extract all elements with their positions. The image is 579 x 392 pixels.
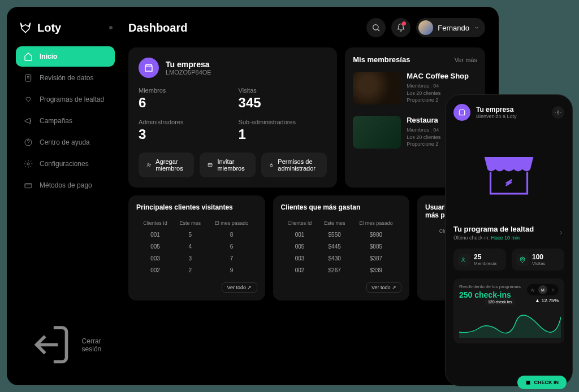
- location-icon: [516, 254, 529, 266]
- mobile-header: Tu empresa Bienvenido a Loty: [453, 104, 564, 121]
- performance-chart: Rendimiento de los programas 250 check-i…: [453, 278, 564, 343]
- ver-todo-button[interactable]: Ver todo ↗: [222, 282, 257, 293]
- document-icon: [24, 73, 33, 82]
- topbar-actions: Fernando: [366, 18, 485, 37]
- company-column: Tu empresa LMOZO5P84OE Miembros6 Visitas…: [128, 47, 337, 188]
- logout-label: Cerrar sesión: [82, 337, 107, 353]
- nav-label: Configuraciones: [40, 160, 89, 168]
- tab-month[interactable]: M: [538, 285, 547, 294]
- stats-grid: Miembros6 Visitas345 Administradores3 Su…: [139, 87, 327, 142]
- topbar: Dashboard Fernando: [128, 16, 485, 47]
- chart-tooltip: 120 check ins: [485, 298, 516, 306]
- table-row: 002$267$339: [282, 265, 401, 276]
- loyalty-program-row[interactable]: Tu programa de lealtad Último check-in: …: [453, 225, 564, 241]
- tab-week[interactable]: W: [528, 285, 537, 294]
- visits-label: Visitas: [239, 87, 327, 94]
- membership-image: [353, 116, 401, 149]
- page-title: Dashboard: [128, 21, 187, 34]
- heart-hand-icon: [24, 95, 33, 104]
- checkin-button[interactable]: CHECK IN: [517, 376, 567, 389]
- program-title: Tu programa de lealtad: [453, 225, 534, 233]
- chart-label: Rendimiento de los programas: [459, 284, 521, 289]
- members-icon: [458, 254, 470, 266]
- company-code: LMOZO5P84OE: [166, 69, 211, 76]
- ver-mas-link[interactable]: Ver más: [455, 56, 477, 63]
- add-members-button[interactable]: Agregar miembros: [139, 153, 194, 177]
- chevron-down-icon: [474, 25, 479, 31]
- calendar-icon: [525, 380, 531, 385]
- content-row: Tu empresa LMOZO5P84OE Miembros6 Visitas…: [128, 47, 485, 188]
- nav-label: Programas de lealtad: [40, 95, 104, 103]
- memberships-title: Mis membresías: [353, 55, 410, 64]
- spenders-table-card: Clientes que más gastan Clientes IdEste …: [273, 195, 410, 300]
- user-menu[interactable]: Fernando: [416, 18, 485, 37]
- nav-ayuda[interactable]: Centro de ayuda: [16, 132, 115, 153]
- table-row: 00337: [137, 253, 256, 264]
- notifications-button[interactable]: [391, 18, 411, 37]
- nav-list: Inicio Revisión de datos Programas de le…: [16, 46, 115, 195]
- subadmins-label: Sub-administradores: [239, 119, 327, 125]
- store-illustration: [453, 130, 564, 215]
- company-actions: Agregar miembros Invitar miembros Permis…: [139, 153, 327, 177]
- nav-campanas[interactable]: Campañas: [16, 111, 115, 131]
- svg-point-10: [522, 258, 524, 260]
- tables-row: Principales clientes visitantes Clientes…: [128, 195, 485, 300]
- visitors-table-card: Principales clientes visitantes Clientes…: [128, 195, 265, 300]
- percent-change: ▲ 12.75%: [527, 298, 559, 303]
- invite-members-button[interactable]: Invitar miembros: [200, 153, 255, 177]
- user-plus-icon: [146, 161, 151, 169]
- search-icon: [371, 23, 381, 32]
- members-label: Miembros: [139, 87, 227, 94]
- stat-value: 25: [474, 253, 496, 261]
- table-row: 003$430$387: [282, 253, 401, 264]
- period-tabs[interactable]: W M Y: [527, 284, 559, 295]
- svg-rect-11: [526, 381, 530, 385]
- mobile-preview: Tu empresa Bienvenido a Loty Tu programa…: [446, 95, 572, 386]
- nav-label: Revisión de datos: [40, 74, 93, 82]
- svg-point-8: [558, 112, 559, 114]
- wallet-icon: [24, 181, 33, 190]
- nav-label: Campañas: [40, 117, 72, 125]
- stat-label: Membresía: [474, 261, 496, 266]
- nav-label: Inicio: [40, 53, 57, 60]
- nav-config[interactable]: Configuraciones: [16, 154, 115, 174]
- company-name: Tu empresa: [166, 60, 211, 69]
- action-label: Permisos de administrador: [278, 158, 319, 172]
- checkin-label: CHECK IN: [534, 380, 559, 385]
- company-header: Tu empresa LMOZO5P84OE: [139, 58, 327, 78]
- membership-detail: Miembros : 04: [407, 82, 477, 90]
- nav-inicio[interactable]: Inicio: [16, 46, 115, 67]
- action-label: Invitar miembros: [217, 158, 247, 172]
- table-row: 00158: [137, 229, 256, 240]
- table-title: Clientes que más gastan: [281, 203, 402, 211]
- membership-name: MAC Coffee Shop: [407, 72, 477, 80]
- search-button[interactable]: [366, 18, 386, 37]
- store-icon: [139, 58, 159, 78]
- awning-icon: [472, 136, 546, 209]
- store-icon: [453, 104, 470, 121]
- subadmins-value: 1: [239, 127, 327, 142]
- nav-revision[interactable]: Revisión de datos: [16, 68, 115, 88]
- mobile-title: Tu empresa: [476, 106, 517, 114]
- mail-icon: [208, 161, 213, 169]
- settings-button[interactable]: [552, 106, 564, 119]
- svg-point-9: [463, 258, 464, 259]
- nav-pago[interactable]: Métodos de pago: [16, 175, 115, 195]
- visits-stat: 100Visitas: [512, 249, 564, 271]
- gear-icon: [555, 109, 561, 116]
- members-value: 6: [139, 95, 227, 111]
- admin-permissions-button[interactable]: Permisos de administrador: [261, 153, 327, 177]
- stat-value: 100: [532, 253, 545, 261]
- table-row: 00546: [137, 241, 256, 252]
- brand-logo: Loty: [16, 16, 115, 46]
- svg-point-4: [373, 25, 378, 30]
- nav-programas[interactable]: Programas de lealtad: [16, 89, 115, 110]
- ver-todo-button[interactable]: Ver todo ↗: [366, 282, 401, 293]
- stat-boxes: 25Membresía 100Visitas: [453, 249, 564, 271]
- nav-label: Métodos de pago: [40, 181, 92, 189]
- membership-stat: 25Membresía: [453, 249, 506, 271]
- tab-year[interactable]: Y: [548, 285, 558, 294]
- visitors-table: Clientes IdEste mesEl mes pasado00158005…: [136, 217, 257, 277]
- home-icon: [24, 52, 33, 61]
- logout-button[interactable]: Cerrar sesión: [16, 313, 115, 376]
